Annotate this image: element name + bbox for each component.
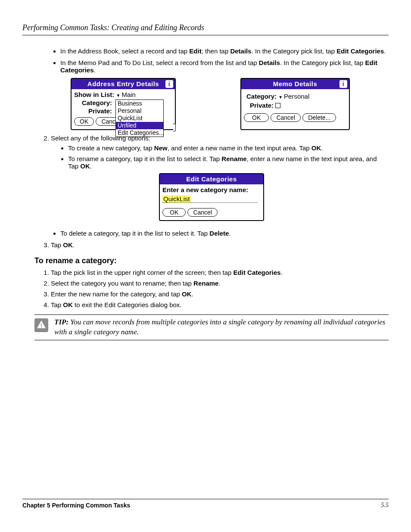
- tip-icon: [34, 318, 48, 332]
- opt-rename: To rename a category, tap it in the list…: [68, 155, 389, 170]
- ok-button[interactable]: OK: [74, 117, 94, 126]
- dialog-title: Address Entry Details i: [72, 79, 175, 89]
- info-icon[interactable]: i: [165, 80, 173, 88]
- delete-button[interactable]: Delete...: [302, 113, 336, 122]
- category-dropdown-menu[interactable]: Business Personal QuickList Unfiled Edit…: [115, 100, 164, 137]
- ok-button[interactable]: OK: [162, 208, 186, 217]
- rename-step-1: Tap the pick list in the upper right cor…: [51, 269, 389, 276]
- step-3: Tap OK.: [51, 241, 389, 249]
- menu-item-personal[interactable]: Personal: [116, 107, 163, 115]
- intro-bullets: In the Address Book, select a record and…: [60, 47, 389, 74]
- rename-step-4: Tap OK to exit the Edit Categories dialo…: [51, 301, 389, 308]
- category-name-input[interactable]: QuickList: [162, 195, 191, 203]
- category-picker[interactable]: Personal: [278, 93, 309, 100]
- show-in-list-picker[interactable]: Main: [116, 91, 136, 98]
- cancel-button[interactable]: Cancel: [271, 113, 301, 122]
- running-header: Performing Common Tasks: Creating and Ed…: [22, 23, 389, 35]
- rename-step-2: Select the category you want to rename; …: [51, 280, 389, 287]
- memo-details-dialog: Memo Details i Category: Personal Privat…: [240, 78, 350, 130]
- step-2: Select any of the following options: To …: [51, 134, 389, 170]
- ok-button[interactable]: OK: [244, 113, 269, 122]
- page-footer: Chapter 5 Performing Common Tasks 5.5: [22, 499, 389, 509]
- tip-box: TIP: You can move records from multiple …: [34, 314, 389, 340]
- cancel-button[interactable]: Cancel: [187, 208, 218, 217]
- menu-item-edit-categories[interactable]: Edit Categories...: [116, 129, 163, 137]
- scroll-notch: [173, 124, 176, 131]
- opt-delete: To delete a category, tap it in the list…: [60, 230, 389, 237]
- section-rename-heading: To rename a category:: [34, 256, 389, 265]
- edit-categories-dialog: Edit Categories Enter a new category nam…: [159, 173, 264, 221]
- dialog-title: Memo Details i: [241, 79, 349, 89]
- opt-new: To create a new category, tap New, and e…: [68, 144, 389, 152]
- footer-chapter: Chapter 5 Performing Common Tasks: [22, 502, 130, 509]
- private-checkbox[interactable]: [275, 103, 280, 108]
- tip-text: TIP: You can move records from multiple …: [54, 317, 389, 337]
- steps-list: Select any of the following options: To …: [51, 134, 389, 170]
- address-entry-dialog: Address Entry Details i Show in List: Ma…: [71, 78, 176, 130]
- bullet-address-book: In the Address Book, select a record and…: [60, 47, 389, 55]
- info-icon[interactable]: i: [339, 80, 347, 88]
- prompt-label: Enter a new category name:: [162, 186, 261, 193]
- rename-step-3: Enter the new name for the category, and…: [51, 290, 389, 298]
- footer-page: 5.5: [381, 502, 389, 509]
- bullet-memo-todo: In the Memo Pad and To Do List, select a…: [60, 59, 389, 74]
- dialog-title: Edit Categories: [160, 174, 263, 184]
- menu-item-quicklist[interactable]: QuickList: [116, 115, 163, 122]
- menu-item-unfiled[interactable]: Unfiled: [116, 122, 163, 129]
- menu-item-business[interactable]: Business: [116, 100, 163, 107]
